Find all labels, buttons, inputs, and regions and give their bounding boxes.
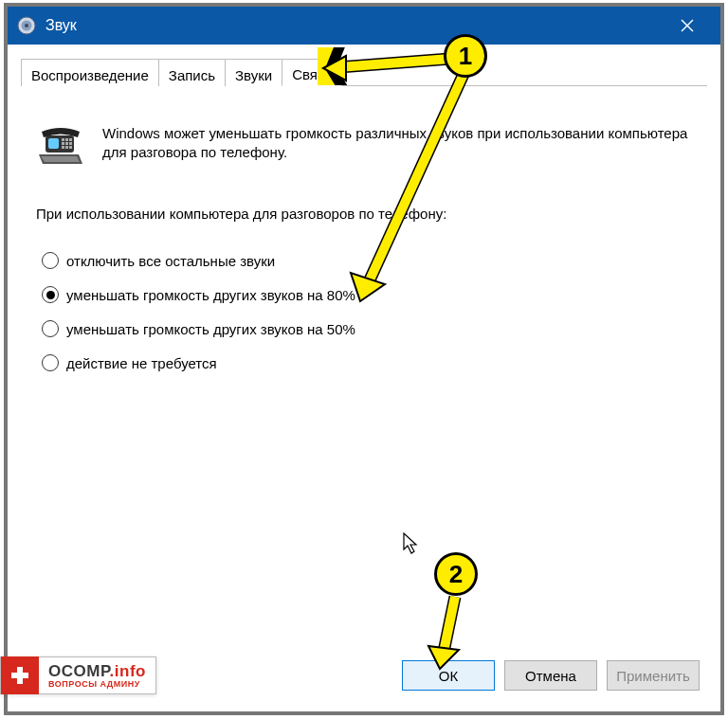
titlebar: Звук [8,7,720,45]
svg-rect-9 [69,138,72,141]
tab-sounds[interactable]: Звуки [225,59,282,86]
tab-playback[interactable]: Воспроизведение [21,59,159,86]
svg-line-25 [444,597,455,652]
apply-button: Применить [607,660,700,691]
svg-rect-10 [62,142,64,145]
cursor-icon [403,532,420,555]
svg-rect-12 [69,142,72,145]
close-button[interactable] [664,7,711,45]
svg-rect-6 [48,138,59,149]
tab-recording[interactable]: Запись [158,59,226,86]
svg-rect-8 [65,138,68,141]
radio-icon [42,354,59,371]
svg-line-22 [368,72,464,284]
radio-do-nothing[interactable]: действие не требуется [42,354,692,371]
svg-rect-28 [11,673,28,678]
annotation-badge-1: 1 [444,34,487,78]
svg-point-2 [25,24,28,27]
cancel-button[interactable]: Отмена [504,660,597,691]
ocomp-watermark: OCOMP.info ВОПРОСЫ АДМИНУ [0,656,156,694]
svg-rect-13 [62,146,64,149]
svg-rect-7 [62,138,64,141]
window-title: Звук [46,17,77,34]
radio-reduce-50[interactable]: уменьшать громкость других звуков на 50% [42,320,692,337]
svg-rect-11 [65,142,68,145]
radio-icon [42,320,59,337]
svg-marker-26 [428,646,459,669]
ocomp-plus-icon [1,656,39,694]
ocomp-text: OCOMP.info ВОПРОСЫ АДМИНУ [39,663,155,689]
annotation-badge-2: 2 [434,552,478,596]
speaker-icon [17,16,36,35]
radio-icon [42,252,59,269]
annotation-arrow-2 [421,593,478,678]
phone-icon [36,126,85,168]
close-icon [681,19,694,32]
svg-rect-14 [65,146,68,149]
annotation-arrow-1b [341,66,493,313]
radio-icon [42,286,59,303]
svg-rect-15 [69,146,72,149]
